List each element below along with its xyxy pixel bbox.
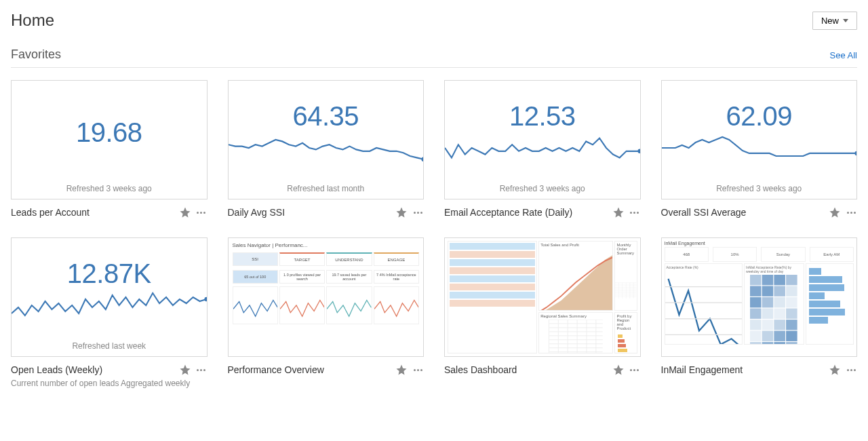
favorite-card: InMail Engagement 46810%SundayEarly AM A…: [661, 237, 858, 389]
card-thumbnail[interactable]: 19.68Refreshed 3 weeks ago: [11, 80, 208, 199]
svg-rect-51: [786, 297, 797, 307]
svg-rect-65: [762, 342, 774, 345]
more-icon[interactable]: [845, 364, 857, 376]
star-icon[interactable]: [179, 364, 191, 376]
refreshed-label: Refreshed 3 weeks ago: [445, 184, 640, 193]
card-thumbnail[interactable]: 64.35Refreshed last month: [228, 80, 425, 199]
star-icon[interactable]: [395, 206, 408, 218]
new-button-label: New: [821, 16, 839, 26]
svg-rect-55: [786, 309, 797, 319]
card-title[interactable]: Leads per Account: [11, 207, 175, 218]
svg-point-1: [637, 149, 639, 154]
card-title[interactable]: Open Leads (Weekly): [11, 364, 175, 376]
svg-rect-57: [762, 320, 774, 330]
svg-rect-53: [762, 309, 774, 319]
star-icon[interactable]: [829, 206, 841, 218]
metric-value: 64.35: [229, 101, 424, 132]
favorite-card: Total Sales and Profit Monthly Order Sum…: [444, 237, 641, 389]
card-thumbnail[interactable]: Sales Navigator | Performanc... SSI TARG…: [228, 237, 425, 357]
sparkline: [229, 132, 424, 164]
favorite-card: 19.68Refreshed 3 weeks ago Leads per Acc…: [11, 80, 208, 218]
star-icon[interactable]: [612, 364, 625, 376]
svg-rect-50: [774, 297, 785, 307]
metric-value: 62.09: [662, 101, 857, 132]
refreshed-label: Refreshed last month: [229, 184, 424, 193]
svg-rect-66: [774, 342, 785, 345]
favorite-card: 64.35Refreshed last month Daily Avg SSI: [228, 80, 425, 218]
card-subtitle: Current number of open leads Aggregated …: [11, 379, 208, 389]
card-title[interactable]: Daily Avg SSI: [228, 207, 392, 218]
svg-rect-43: [786, 275, 797, 285]
star-icon[interactable]: [395, 364, 408, 376]
favorite-card: Sales Navigator | Performanc... SSI TARG…: [228, 237, 425, 389]
svg-rect-49: [762, 297, 774, 307]
metric-value: 19.68: [12, 117, 207, 148]
favorite-card: 62.09Refreshed 3 weeks ago Overall SSI A…: [661, 80, 858, 218]
svg-rect-40: [750, 275, 762, 285]
svg-point-3: [204, 297, 206, 302]
card-title[interactable]: Email Acceptance Rate (Daily): [444, 207, 608, 218]
more-icon[interactable]: [412, 206, 424, 218]
more-icon[interactable]: [195, 364, 208, 376]
svg-rect-63: [786, 331, 797, 341]
more-icon[interactable]: [412, 364, 424, 376]
svg-rect-41: [762, 275, 774, 285]
star-icon[interactable]: [612, 206, 625, 218]
svg-rect-62: [774, 331, 785, 341]
more-icon[interactable]: [845, 206, 857, 218]
svg-rect-52: [750, 309, 762, 319]
refreshed-label: Refreshed 3 weeks ago: [12, 184, 207, 193]
favorite-card: 12.87KRefreshed last week Open Leads (We…: [11, 237, 208, 389]
star-icon[interactable]: [179, 206, 191, 218]
svg-point-2: [854, 151, 856, 156]
refreshed-label: Refreshed 3 weeks ago: [662, 184, 857, 193]
svg-rect-45: [762, 286, 774, 296]
sparkline: [12, 289, 207, 322]
section-title-favorites: Favorites: [11, 47, 61, 62]
metric-value: 12.87K: [12, 258, 207, 289]
svg-rect-64: [750, 342, 762, 345]
card-title[interactable]: Sales Dashboard: [444, 364, 608, 376]
svg-rect-58: [774, 320, 785, 330]
svg-rect-56: [750, 320, 762, 330]
card-thumbnail[interactable]: Total Sales and Profit Monthly Order Sum…: [444, 237, 641, 357]
svg-rect-60: [750, 331, 762, 341]
svg-rect-47: [786, 286, 797, 296]
card-thumbnail[interactable]: 12.53Refreshed 3 weeks ago: [444, 80, 641, 199]
sparkline: [662, 132, 857, 164]
chevron-down-icon: [843, 19, 848, 22]
svg-rect-67: [786, 342, 797, 345]
card-thumbnail[interactable]: 62.09Refreshed 3 weeks ago: [661, 80, 858, 199]
svg-rect-54: [774, 309, 785, 319]
metric-value: 12.53: [445, 101, 640, 132]
more-icon[interactable]: [629, 206, 641, 218]
svg-rect-61: [762, 331, 774, 341]
svg-rect-46: [774, 286, 785, 296]
more-icon[interactable]: [195, 206, 208, 218]
svg-rect-44: [750, 286, 762, 296]
card-title[interactable]: Overall SSI Average: [661, 207, 825, 218]
card-thumbnail[interactable]: InMail Engagement 46810%SundayEarly AM A…: [661, 237, 858, 357]
favorite-card: 12.53Refreshed 3 weeks ago Email Accepta…: [444, 80, 641, 218]
svg-rect-59: [786, 320, 797, 330]
new-button[interactable]: New: [812, 12, 857, 30]
star-icon[interactable]: [829, 364, 841, 376]
page-title: Home: [11, 11, 54, 30]
refreshed-label: Refreshed last week: [12, 341, 207, 351]
svg-rect-48: [750, 297, 762, 307]
more-icon[interactable]: [629, 364, 641, 376]
svg-point-0: [421, 157, 423, 162]
see-all-link[interactable]: See All: [830, 50, 857, 60]
svg-rect-42: [774, 275, 785, 285]
card-title[interactable]: Performance Overview: [228, 364, 392, 376]
sparkline: [445, 132, 640, 164]
card-thumbnail[interactable]: 12.87KRefreshed last week: [11, 237, 208, 357]
card-title[interactable]: InMail Engagement: [661, 364, 825, 376]
